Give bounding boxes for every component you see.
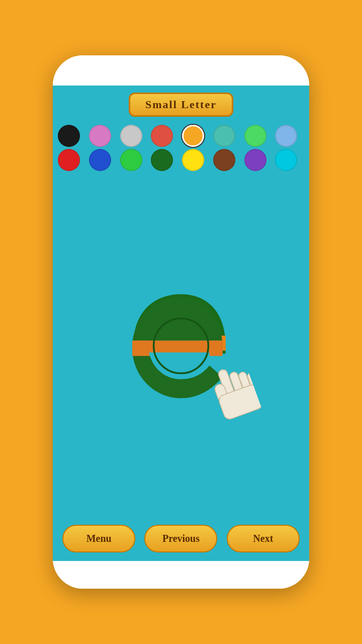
menu-button[interactable]: Menu — [62, 525, 135, 552]
title-box: Small Letter — [129, 93, 233, 117]
phone-bottom-bar — [53, 561, 309, 589]
previous-button[interactable]: Previous — [144, 525, 217, 552]
color-orange[interactable] — [182, 125, 204, 147]
letter-canvas[interactable] — [53, 174, 309, 521]
color-red[interactable] — [58, 149, 80, 171]
phone-frame: Small Letter — [53, 55, 309, 589]
color-green[interactable] — [120, 149, 142, 171]
app-content: Small Letter — [53, 86, 309, 561]
phone-top-bar — [53, 55, 309, 86]
color-blue[interactable] — [89, 149, 111, 171]
color-bright-green[interactable] — [244, 125, 266, 147]
color-brown[interactable] — [213, 149, 235, 171]
next-button[interactable]: Next — [227, 525, 300, 552]
page-title: Small Letter — [145, 98, 217, 111]
color-black[interactable] — [58, 125, 80, 147]
color-pink[interactable] — [89, 125, 111, 147]
bottom-nav-bar: Menu Previous Next — [53, 521, 309, 561]
color-cyan[interactable] — [275, 149, 297, 171]
color-light-gray[interactable] — [120, 125, 142, 147]
color-purple[interactable] — [244, 149, 266, 171]
color-palette — [53, 122, 309, 174]
color-yellow[interactable] — [182, 149, 204, 171]
color-dark-green[interactable] — [151, 149, 173, 171]
color-red-orange[interactable] — [151, 125, 173, 147]
color-teal[interactable] — [213, 125, 235, 147]
letter-display — [116, 277, 246, 418]
title-banner: Small Letter — [53, 86, 309, 122]
color-light-blue[interactable] — [275, 125, 297, 147]
